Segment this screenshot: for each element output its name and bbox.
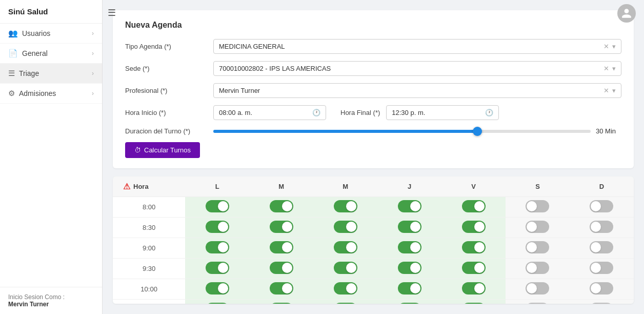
col-header-v: V bbox=[441, 176, 506, 197]
schedule-toggle[interactable] bbox=[334, 282, 357, 295]
profesional-select[interactable]: Mervin Turner ✕ ▾ bbox=[213, 83, 621, 98]
schedule-toggle[interactable] bbox=[334, 200, 357, 212]
schedule-toggle[interactable] bbox=[334, 221, 357, 233]
schedule-toggle[interactable] bbox=[206, 241, 229, 253]
schedule-toggle[interactable] bbox=[270, 241, 293, 253]
toggle-cell bbox=[570, 259, 634, 279]
clock-icon: 🕐 bbox=[312, 109, 320, 116]
schedule-toggle[interactable] bbox=[206, 303, 229, 304]
users-icon: 👥 bbox=[8, 29, 18, 38]
toggle-cell bbox=[185, 197, 249, 218]
hora-final-input[interactable]: 12:30 p. m. 🕐 bbox=[386, 105, 499, 120]
dropdown-icon-3[interactable]: ▾ bbox=[612, 87, 616, 94]
warning-icon: ⚠ bbox=[123, 182, 130, 191]
toggle-cell bbox=[313, 218, 377, 238]
toggle-knob bbox=[282, 222, 292, 232]
schedule-toggle[interactable] bbox=[398, 303, 421, 304]
schedule-toggle[interactable] bbox=[270, 303, 293, 304]
toggle-knob bbox=[346, 222, 356, 232]
toggle-cell bbox=[377, 197, 441, 218]
schedule-toggle[interactable] bbox=[270, 262, 293, 274]
toggle-knob bbox=[218, 263, 228, 273]
schedule-toggle[interactable] bbox=[590, 282, 613, 295]
toggle-knob bbox=[410, 222, 420, 232]
sede-select[interactable]: 700010002802 - IPS LAS AMERICAS ✕ ▾ bbox=[213, 61, 621, 76]
schedule-toggle[interactable] bbox=[334, 262, 357, 274]
schedule-toggle[interactable] bbox=[590, 221, 613, 233]
calcular-button[interactable]: ⏱ Calcular Turnos bbox=[125, 142, 200, 158]
dropdown-icon[interactable]: ▾ bbox=[612, 43, 616, 50]
schedule-toggle[interactable] bbox=[462, 303, 486, 304]
toggle-knob bbox=[474, 201, 485, 211]
toggle-knob bbox=[346, 283, 356, 293]
schedule-toggle[interactable] bbox=[398, 221, 421, 233]
tipo-agenda-label: Tipo Agenda (*) bbox=[125, 43, 207, 50]
clear-icon-3[interactable]: ✕ bbox=[603, 87, 609, 94]
toggle-knob bbox=[218, 283, 228, 293]
clear-icon-2[interactable]: ✕ bbox=[603, 65, 609, 72]
schedule-toggle[interactable] bbox=[334, 303, 357, 304]
dropdown-icon-2[interactable]: ▾ bbox=[612, 65, 616, 72]
schedule-toggle[interactable] bbox=[526, 241, 549, 253]
sidebar-item-triage[interactable]: ☰ Triage › bbox=[0, 64, 102, 84]
duracion-row: Duracion del Turno (*) 30 Min bbox=[125, 127, 621, 135]
schedule-toggle[interactable] bbox=[398, 282, 421, 295]
schedule-toggle[interactable] bbox=[590, 200, 613, 212]
col-header-m1: M bbox=[249, 176, 313, 197]
schedule-toggle[interactable] bbox=[462, 282, 486, 295]
schedule-toggle[interactable] bbox=[590, 241, 613, 253]
toggle-cell bbox=[441, 300, 506, 304]
toggle-cell bbox=[377, 218, 441, 238]
toggle-cell bbox=[570, 238, 634, 259]
schedule-toggle[interactable] bbox=[462, 221, 486, 233]
session-user: Mervin Turner bbox=[8, 301, 94, 308]
toggle-cell bbox=[441, 238, 506, 259]
toggle-cell bbox=[249, 197, 313, 218]
tipo-agenda-select[interactable]: MEDICINA GENERAL ✕ ▾ bbox=[213, 39, 621, 54]
sidebar-label-general: General bbox=[22, 49, 48, 57]
clear-icon[interactable]: ✕ bbox=[603, 43, 609, 50]
hamburger-menu[interactable]: ☰ bbox=[108, 7, 116, 18]
sidebar-item-usuarios[interactable]: 👥 Usuarios › bbox=[0, 24, 102, 44]
hora-inicio-input[interactable]: 08:00 a. m. 🕐 bbox=[213, 105, 326, 120]
slider-thumb[interactable] bbox=[473, 127, 482, 136]
schedule-toggle[interactable] bbox=[270, 200, 293, 212]
schedule-toggle[interactable] bbox=[270, 282, 293, 295]
schedule-toggle[interactable] bbox=[590, 262, 613, 274]
toggle-cell bbox=[185, 218, 249, 238]
schedule-toggle[interactable] bbox=[398, 200, 421, 212]
schedule-header-row: ⚠ Hora L M M J V S D bbox=[113, 176, 634, 197]
schedule-toggle[interactable] bbox=[526, 200, 549, 212]
schedule-toggle[interactable] bbox=[206, 200, 229, 212]
calcular-label: Calcular Turnos bbox=[144, 146, 191, 154]
sede-value: 700010002802 - IPS LAS AMERICAS bbox=[219, 65, 603, 72]
schedule-toggle[interactable] bbox=[398, 262, 421, 274]
toggle-knob bbox=[474, 222, 485, 232]
toggle-knob bbox=[346, 263, 356, 273]
avatar-icon bbox=[621, 8, 632, 19]
sede-row: Sede (*) 700010002802 - IPS LAS AMERICAS… bbox=[125, 61, 621, 76]
schedule-toggle[interactable] bbox=[526, 282, 549, 295]
schedule-toggle[interactable] bbox=[590, 303, 613, 304]
schedule-toggle[interactable] bbox=[206, 282, 229, 295]
sidebar-label-triage: Triage bbox=[19, 69, 39, 77]
schedule-toggle[interactable] bbox=[398, 241, 421, 253]
schedule-toggle[interactable] bbox=[526, 303, 549, 304]
toggle-cell bbox=[185, 279, 249, 300]
toggle-knob bbox=[410, 283, 420, 293]
sidebar-item-general[interactable]: 📄 General › bbox=[0, 44, 102, 64]
schedule-toggle[interactable] bbox=[526, 221, 549, 233]
schedule-toggle[interactable] bbox=[206, 221, 229, 233]
schedule-toggle[interactable] bbox=[462, 200, 486, 212]
sidebar-item-admisiones[interactable]: ⚙ Admisiones › bbox=[0, 84, 102, 104]
schedule-toggle[interactable] bbox=[206, 262, 229, 274]
schedule-toggle[interactable] bbox=[462, 262, 486, 274]
toggle-cell bbox=[249, 279, 313, 300]
schedule-toggle[interactable] bbox=[526, 262, 549, 274]
schedule-toggle[interactable] bbox=[334, 241, 357, 253]
toggle-knob bbox=[346, 242, 356, 252]
schedule-toggle[interactable] bbox=[462, 241, 486, 253]
avatar[interactable] bbox=[617, 4, 636, 23]
schedule-toggle[interactable] bbox=[270, 221, 293, 233]
time-cell: 10:30 bbox=[113, 300, 185, 304]
